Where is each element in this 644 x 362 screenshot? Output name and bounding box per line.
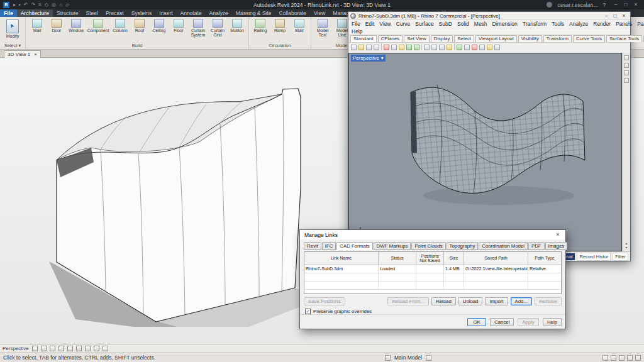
pan-icon[interactable]	[424, 45, 430, 50]
toolbar-tab-set-view[interactable]: Set View	[404, 35, 430, 42]
menu-dimension[interactable]: Dimension	[492, 21, 518, 27]
reload-from-button[interactable]: Reload From...	[387, 297, 429, 305]
view-tab-3d-view-1[interactable]: 3D View 1 ×	[4, 50, 41, 58]
dialog-close-icon[interactable]: ×	[550, 230, 565, 239]
column-header[interactable]: Status	[379, 252, 416, 265]
rhino-maximize-button[interactable]: □	[611, 12, 619, 19]
dialog-tab-ifc[interactable]: IFC	[322, 242, 336, 250]
ok-button[interactable]: OK	[467, 318, 486, 326]
tab-steel[interactable]: Steel	[82, 9, 102, 17]
column-header[interactable]: Size	[444, 252, 464, 265]
layers-panel-icon[interactable]	[624, 63, 629, 68]
ribbon-button-column[interactable]: Column	[111, 18, 130, 33]
menu-panels[interactable]: Panels	[616, 21, 632, 27]
detail-level-icon[interactable]	[32, 346, 38, 351]
rhino-close-button[interactable]: ×	[619, 12, 628, 19]
column-header[interactable]: Link Name	[304, 252, 379, 265]
analytical-model-icon[interactable]	[103, 346, 108, 351]
modify-button[interactable]: Modify	[2, 18, 23, 38]
sun-path-icon[interactable]	[50, 346, 55, 351]
panel-label-select[interactable]: Select ▾	[0, 42, 25, 49]
dialog-tab-point-clouds[interactable]: Point Clouds	[411, 242, 445, 250]
measure-icon[interactable]: ◇	[45, 0, 48, 9]
toolbar-tab-transform[interactable]: Transform	[543, 35, 572, 42]
close-button[interactable]: ×	[631, 0, 641, 9]
tab-architecture[interactable]: Architecture	[17, 9, 53, 17]
open-icon[interactable]: ▸	[13, 0, 16, 9]
rhino-viewport[interactable]: Perspective▾	[348, 53, 622, 251]
save-file-icon[interactable]	[366, 45, 372, 50]
toolbar-tab-surface-tools[interactable]: Surface Tools	[606, 35, 642, 42]
ribbon-button-ceiling[interactable]: Ceiling	[150, 18, 169, 33]
toolbar-tab-viewport-layout[interactable]: Viewport Layout	[475, 35, 517, 42]
viewport-title[interactable]: Perspective▾	[351, 55, 386, 62]
cancel-button[interactable]: Cancel	[490, 318, 514, 326]
drag-on-selection-toggle-icon[interactable]	[635, 355, 641, 361]
ribbon-button-window[interactable]: Window	[67, 18, 86, 33]
tag-icon[interactable]: ◎	[52, 0, 56, 9]
import-button[interactable]: Import	[485, 297, 508, 305]
rotate-icon[interactable]	[472, 45, 477, 50]
menu-analyze[interactable]: Analyze	[569, 21, 588, 27]
main-model-select[interactable]: Main Model	[394, 354, 422, 361]
copy-icon[interactable]	[391, 45, 397, 50]
table-row[interactable]: Rhino7-SubD.3dm Loaded 1.4 MB G:\2022.1\…	[304, 265, 561, 273]
rotate-view-icon[interactable]	[439, 45, 445, 50]
dialog-tab-images[interactable]: Images	[545, 242, 568, 250]
properties-panel-icon[interactable]	[624, 55, 629, 60]
zoom-icon[interactable]	[431, 45, 437, 50]
toolbar-tab-curve-tools[interactable]: Curve Tools	[573, 35, 605, 42]
toolbar-tab-standard[interactable]: Standard	[350, 35, 377, 42]
undo-icon[interactable]: ↶	[24, 0, 28, 9]
section-icon[interactable]: ▱	[65, 0, 69, 9]
save-icon[interactable]: ▪	[19, 0, 21, 9]
help-button[interactable]: Help	[543, 318, 562, 326]
toolbar-tab-select[interactable]: Select	[454, 35, 474, 42]
ribbon-button-curtain-grid[interactable]: Curtain Grid	[208, 18, 227, 37]
ribbon-button-roof[interactable]: Roof	[130, 18, 149, 33]
dialog-tab-cad-formats[interactable]: CAD Formats	[336, 242, 372, 250]
redo-icon[interactable]	[414, 45, 419, 50]
toolbar-tab-visibility[interactable]: Visibility	[518, 35, 542, 42]
menu-view[interactable]: View	[379, 21, 391, 27]
reload-button[interactable]: Reload	[431, 297, 456, 305]
design-options-icon[interactable]	[385, 355, 391, 361]
default-3d-view-icon[interactable]: ⌂	[59, 0, 62, 9]
tab-file[interactable]: File	[0, 9, 17, 17]
crop-region-icon[interactable]	[76, 346, 82, 351]
copy-object-icon[interactable]	[464, 45, 470, 50]
help-icon[interactable]: ?	[602, 2, 606, 8]
paste-icon[interactable]	[399, 45, 404, 50]
toolbar-tab-cplanes[interactable]: CPlanes	[378, 35, 402, 42]
revit-3d-model[interactable]	[31, 75, 346, 327]
dialog-tab-pdf[interactable]: PDF	[528, 242, 545, 250]
menu-transform[interactable]: Transform	[523, 21, 547, 27]
visual-style-icon[interactable]	[41, 346, 47, 351]
dialog-tab-dwf-markups[interactable]: DWF Markups	[374, 242, 411, 250]
preserve-overrides-checkbox[interactable]: ✓ Preserve graphic overrides	[305, 309, 372, 314]
panel-label-circulation[interactable]: Circulation	[249, 42, 311, 49]
close-view-tab-icon[interactable]: ×	[34, 52, 37, 57]
tab-collaborate[interactable]: Collaborate	[275, 9, 310, 17]
layer-icon[interactable]	[487, 45, 492, 50]
menu-solid[interactable]: Solid	[457, 21, 469, 27]
column-header[interactable]: Saved Path	[464, 252, 528, 265]
dialog-tab-revit[interactable]: Revit	[304, 242, 321, 250]
ribbon-button-model-text[interactable]: Model Text	[313, 18, 332, 37]
dialog-tab-coordination-model[interactable]: Coordination Model	[479, 242, 528, 250]
print-icon[interactable]	[374, 45, 379, 50]
ribbon-button-ramp[interactable]: Ramp	[270, 18, 289, 33]
rhino-minimize-button[interactable]: –	[602, 12, 611, 19]
apply-button[interactable]: Apply	[518, 318, 539, 326]
new-file-icon[interactable]	[351, 45, 357, 50]
user-name[interactable]: cesar.r.escalan...	[557, 2, 597, 8]
worksets-icon[interactable]	[426, 355, 431, 361]
properties-icon[interactable]	[494, 45, 500, 50]
panel-scroll-arrows[interactable]: ▴▾	[625, 241, 627, 251]
redo-icon[interactable]: ↷	[31, 0, 36, 9]
menu-mesh[interactable]: Mesh	[474, 21, 487, 27]
open-file-icon[interactable]	[358, 45, 364, 50]
help-panel-icon[interactable]	[624, 78, 629, 83]
shadows-icon[interactable]	[58, 346, 64, 351]
maximize-button[interactable]: □	[621, 0, 631, 9]
